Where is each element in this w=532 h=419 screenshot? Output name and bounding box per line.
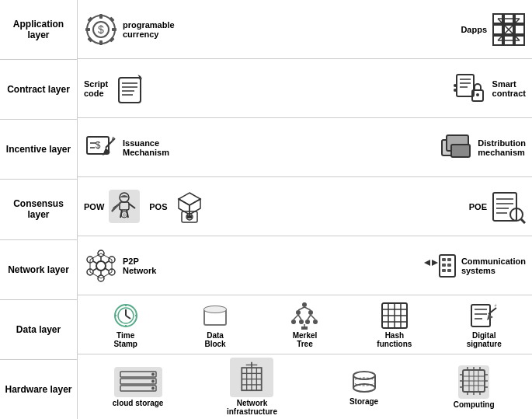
data-layer-row: TimeStamp DataBlock: [78, 295, 532, 354]
svg-rect-142: [120, 372, 156, 377]
svg-point-145: [151, 372, 155, 375]
pow-item: POW: [84, 190, 140, 223]
pos-icon: [172, 190, 207, 224]
application-layer-row: $ programable currency Dapps: [78, 0, 532, 59]
poe-icon: [492, 190, 526, 224]
svg-point-117: [299, 319, 304, 324]
contract-layer-row: Scriptcode: [78, 59, 532, 118]
issuance-icon: $: [84, 131, 118, 165]
svg-marker-94: [432, 260, 438, 266]
svg-line-141: [495, 305, 496, 306]
p2p-icon: [84, 249, 118, 283]
svg-line-85: [93, 268, 97, 271]
svg-line-124: [308, 315, 311, 319]
p2p-label: P2PNetwork: [123, 257, 156, 275]
svg-rect-50: [451, 145, 470, 157]
layers-content: $ programable currency Dapps: [78, 0, 532, 419]
svg-rect-144: [120, 386, 156, 391]
svg-rect-101: [447, 269, 451, 272]
hardware-layer-label: Hardware layer: [0, 360, 77, 419]
svg-line-45: [106, 138, 115, 148]
svg-line-120: [298, 307, 304, 310]
merkle-label: MerkelTree: [293, 331, 318, 348]
svg-rect-3: [99, 14, 103, 19]
consensus-layer-row: POW: [78, 177, 532, 236]
distribution-item: Distributionmechanism: [439, 131, 526, 165]
merkle-icon: [290, 302, 318, 330]
timestamp-item: TimeStamp: [103, 302, 149, 348]
svg-rect-26: [119, 78, 141, 103]
svg-rect-100: [442, 269, 446, 272]
svg-rect-66: [187, 215, 192, 218]
poe-label: POE: [469, 202, 487, 211]
svg-rect-10: [109, 37, 114, 42]
poe-item: POE: [469, 190, 526, 224]
svg-point-146: [151, 379, 155, 382]
timestamp-icon: [112, 302, 140, 330]
svg-point-116: [291, 319, 296, 324]
svg-text:$: $: [96, 140, 101, 151]
smart-contract-icon: [454, 72, 488, 106]
computing-icon: [460, 367, 488, 395]
svg-line-125: [311, 315, 315, 319]
miner-icon-wrap: ©: [109, 190, 140, 223]
timestamp-label: TimeStamp: [113, 331, 137, 348]
contract-layer-label: Contract layer: [0, 60, 77, 120]
data-layer-label: Data layer: [0, 300, 77, 360]
cloud-storage-label: cloud storage: [113, 399, 164, 407]
svg-point-113: [302, 302, 307, 307]
svg-line-105: [126, 316, 130, 319]
layer-labels: Application layer Contract layer Incenti…: [0, 0, 78, 419]
incentive-layer-row: $ IssuanceMechanism Distributionmechanis…: [78, 118, 532, 177]
incentive-layer-label: Incentive layer: [0, 120, 77, 180]
svg-line-123: [298, 315, 301, 319]
merkle-item: MerkelTree: [281, 302, 328, 348]
svg-rect-16: [515, 25, 524, 34]
pos-label: POS: [149, 202, 167, 211]
svg-point-119: [313, 319, 318, 324]
dapps-item: Dapps: [461, 12, 526, 47]
script-code-item: Scriptcode: [84, 72, 147, 106]
issuance-item: $ IssuanceMechanism: [84, 131, 169, 165]
datablock-icon: [201, 302, 229, 330]
svg-point-36: [476, 93, 479, 96]
gear-coin-icon: $: [84, 12, 118, 47]
svg-rect-98: [442, 264, 446, 267]
svg-rect-6: [112, 28, 116, 31]
computing-item: Computing: [450, 365, 497, 409]
svg-rect-4: [99, 40, 103, 45]
smart-contract-item: Smartcontract: [454, 72, 526, 106]
svg-line-82: [105, 261, 109, 264]
svg-marker-61: [179, 193, 200, 205]
computing-label: Computing: [454, 400, 495, 409]
dapps-icon: [492, 12, 526, 47]
svg-rect-96: [442, 258, 446, 261]
svg-rect-99: [447, 264, 451, 267]
network-layer-label: Network layer: [0, 240, 77, 300]
svg-rect-126: [301, 326, 308, 330]
scroll-icon: [113, 72, 147, 106]
svg-marker-93: [424, 260, 430, 266]
script-code-label: Scriptcode: [84, 79, 108, 98]
svg-line-83: [105, 268, 109, 271]
p2p-item: P2PNetwork: [84, 249, 156, 283]
svg-point-114: [296, 310, 301, 315]
svg-marker-62: [179, 199, 190, 215]
network-infra-label: Networkinfrastructure: [227, 399, 277, 416]
digital-sig-item: Digitalsignature: [461, 302, 507, 348]
svg-line-122: [294, 315, 298, 319]
datablock-label: DataBlock: [204, 331, 225, 348]
issuance-label: IssuanceMechanism: [123, 138, 169, 157]
svg-marker-63: [190, 199, 200, 215]
comm-label: Communicationsystems: [461, 257, 526, 275]
consensus-layer-label: Consensus layer: [0, 180, 77, 239]
storage-label: Storage: [349, 397, 378, 406]
prog-currency-label: programable currency: [123, 20, 175, 39]
dapps-label: Dapps: [461, 25, 487, 34]
hash-label: Hashfunctions: [377, 331, 412, 348]
distribution-icon: [439, 131, 473, 165]
svg-line-86: [93, 261, 97, 264]
prog-currency-item: $ programable currency: [84, 12, 175, 47]
svg-point-74: [96, 261, 106, 271]
digital-sig-icon: [470, 302, 498, 330]
